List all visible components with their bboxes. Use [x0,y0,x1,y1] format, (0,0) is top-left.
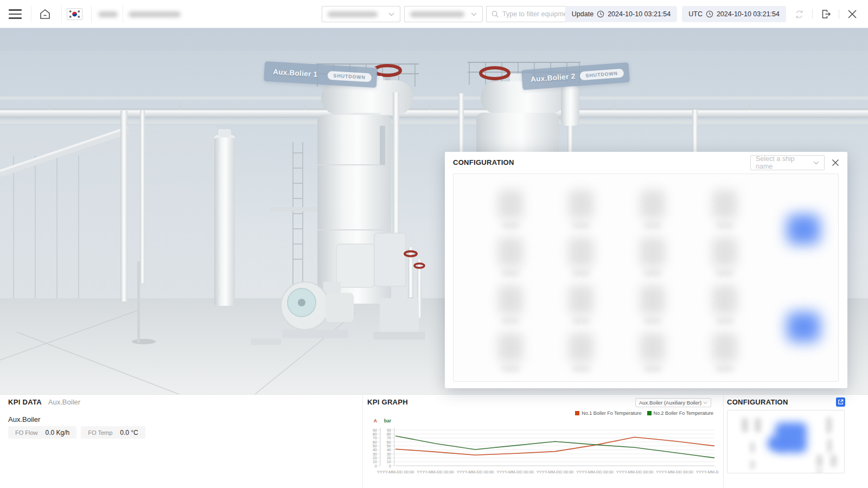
configuration-mini-section: CONFIGURATION [724,395,868,488]
utc-label: UTC [688,10,703,18]
clock-icon [597,10,604,18]
x-axis-tick-label: YYYY-MM-DD 00:00 [656,470,693,474]
search-input[interactable] [502,10,572,18]
toolbar-divider [91,5,92,23]
blurred-config-item-label [501,319,520,323]
kpi-chip-label: FO Flow [15,429,38,436]
ship-name-select[interactable]: Select a ship name [750,155,825,170]
x-axis-tick-label: YYYY-MM-DD 00:00 [496,470,534,474]
configuration-panel-body [453,174,839,382]
svg-text:90: 90 [387,428,391,433]
configuration-mini-preview[interactable] [727,410,845,473]
blurred-config-item [712,190,737,219]
blurred-ship-info [129,11,181,17]
blurred-config-item [498,190,523,219]
blurred-config-item [640,285,665,314]
kpi-data-subtitle: Aux.Boiler [48,398,80,406]
toolbar-right-cluster: Update 2024-10-10 03:21:54 UTC 2024-10-1… [565,6,860,22]
blurred-config-item [712,237,737,267]
clock-icon [706,10,713,18]
kpi-metric-chips: FO Flow 0.0 Kg/h FO Temp 0.0 °C [8,426,145,439]
kpi-chip-value: 0.0 Kg/h [46,429,70,436]
toolbar-divider [812,9,813,19]
configuration-panel: CONFIGURATION Select a ship name [445,152,847,388]
blurred-config-item [640,237,665,267]
kpi-graph-section: KPI GRAPH Aux.Boiler (Auxiliary Boiler) … [363,395,723,488]
blurred-mini-highlight [768,436,782,451]
kpi-chip-fo-temp: FO Temp 0.0 °C [81,426,145,439]
logout-icon[interactable] [818,6,834,22]
graph-equipment-select[interactable]: Aux.Boiler (Auxiliary Boiler) [635,398,711,407]
utc-time: 2024-10-10 03:21:54 [717,10,780,18]
blurred-config-item-label [572,319,590,323]
configuration-mini-title: CONFIGURATION [727,398,788,406]
blurred-config-item-label [716,223,734,228]
chevron-down-icon [388,12,394,16]
blurred-client-name [98,11,118,17]
blurred-config-item-label [643,319,662,323]
update-time: 2024-10-10 03:21:54 [608,10,671,18]
axis-title: bar [384,418,392,423]
period-select[interactable] [322,6,400,22]
close-icon[interactable] [844,6,860,22]
blurred-config-item [498,237,523,267]
chevron-down-icon [471,12,477,16]
blurred-config-item-label [643,271,662,275]
blurred-config-item [712,333,737,362]
ship-select[interactable] [404,6,483,22]
blurred-config-item-label [501,223,520,228]
home-icon[interactable] [37,7,53,22]
bottom-bar: KPI DATA Aux.Boiler Aux.Boiler FO Flow 0… [0,394,868,488]
toolbar-divider [123,5,123,23]
blurred-config-item-label [572,223,590,228]
blurred-config-item-label [572,367,590,371]
app: Update 2024-10-10 03:21:54 UTC 2024-10-1… [0,0,868,488]
blurred-config-item [498,333,523,362]
refresh-icon[interactable] [791,6,807,22]
boiler-label: Aux.Bolier 1 [273,68,318,79]
ship-name-select-placeholder: Select a ship name [756,155,813,170]
svg-text:90: 90 [373,428,377,433]
kpi-chip-value: 0.0 °C [120,429,138,436]
blurred-config-item [569,333,593,362]
blurred-config-item-label [716,271,734,275]
x-axis-tick-label: YYYY-MM-DD 00:00 [696,470,719,474]
x-axis-tick-label: YYYY-MM-DD 00:00 [377,470,414,474]
kpi-graph-title: KPI GRAPH [367,398,408,406]
blurred-select-value [410,11,464,17]
blurred-config-item [569,285,593,314]
x-axis-tick-label: YYYY-MM-DD 00:00 [616,470,654,474]
chevron-down-icon [703,401,707,404]
update-time-badge: Update 2024-10-10 03:21:54 [565,6,677,22]
boiler-label: Aux.Bolier 2 [531,72,576,84]
toolbar-divider [839,9,839,19]
blurred-primary-button[interactable] [787,312,820,342]
graph-equipment-select-value: Aux.Boiler (Auxiliary Boiler) [639,400,701,406]
x-axis-tick-label: YYYY-MM-DD 00:00 [537,470,574,474]
korea-flag-icon[interactable] [67,8,82,20]
blurred-primary-button[interactable] [787,214,820,245]
blurred-config-item-label [501,367,520,371]
blurred-select-value [328,11,378,17]
blurred-config-item-label [716,319,734,323]
x-axis-tick-label: YYYY-MM-DD 00:00 [576,470,614,474]
blurred-config-item [640,333,665,362]
equipment-search [486,6,577,22]
kpi-chip-fo-flow: FO Flow 0.0 Kg/h [8,426,76,439]
kpi-chip-label: FO Temp [88,429,112,436]
panel-close-icon[interactable] [831,158,840,168]
external-link-icon[interactable] [836,397,845,407]
axis-title: A [374,418,377,423]
toolbar-divider [31,5,31,23]
blurred-config-item [712,285,737,314]
search-icon [492,10,499,18]
menu-icon[interactable] [8,8,23,21]
kpi-data-section: KPI DATA Aux.Boiler Aux.Boiler FO Flow 0… [0,395,362,488]
toolbar-divider [61,5,62,23]
status-badge: SHUTDOWN [327,70,372,82]
update-label: Update [572,10,593,18]
blurred-config-item [569,190,593,219]
blurred-config-item-label [643,367,662,371]
blurred-config-item-label [716,367,734,371]
kpi-group-label: Aux.Boiler [8,415,40,423]
